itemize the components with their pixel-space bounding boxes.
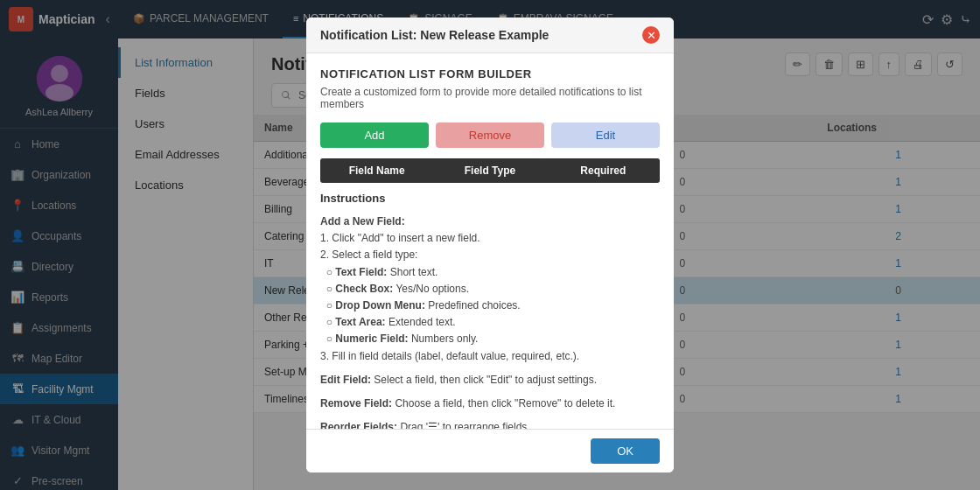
- form-subtitle: Create a customized form to provide more…: [320, 86, 660, 110]
- modal-close-button[interactable]: ✕: [642, 26, 660, 44]
- text-field-desc: Short text.: [390, 266, 438, 278]
- reorder-desc: Drag '☰' to rearrange fields.: [400, 421, 529, 429]
- numeric-label: Numeric Field:: [335, 332, 408, 345]
- field-type-header: Field Type: [433, 158, 546, 183]
- remove-field-section: Remove Field: Choose a field, then click…: [320, 396, 660, 412]
- modal: Notification List: New Release Example ✕…: [306, 18, 674, 472]
- dropdown-label: Drop Down Menu:: [335, 299, 425, 312]
- remove-field-button[interactable]: Remove: [436, 122, 544, 148]
- modal-footer: OK: [306, 429, 674, 472]
- modal-overlay: Notification List: New Release Example ✕…: [0, 0, 980, 490]
- modal-title-bar: Notification List: New Release Example ✕: [306, 18, 674, 53]
- reorder-title: Reorder Fields:: [320, 421, 397, 429]
- add-field-button[interactable]: Add: [320, 122, 429, 148]
- field-table-header: Field Name Field Type Required: [320, 158, 660, 183]
- instructions-title: Instructions: [320, 192, 660, 205]
- modal-title: Notification List: New Release Example: [320, 28, 549, 42]
- textarea-label: Text Area:: [335, 316, 385, 328]
- checkbox-label: Check Box:: [335, 283, 393, 295]
- instructions-body: Add a New Field: 1. Click "Add" to inser…: [320, 214, 660, 429]
- numeric-desc: Numbers only.: [411, 332, 478, 345]
- edit-field-title: Edit Field:: [320, 374, 371, 386]
- checkbox-desc: Yes/No options.: [396, 283, 469, 295]
- edit-field-button[interactable]: Edit: [551, 122, 660, 148]
- remove-field-desc: Choose a field, then click "Remove" to d…: [395, 397, 615, 410]
- edit-field-section: Edit Field: Select a field, then click "…: [320, 372, 660, 388]
- add-field-section: Add a New Field: 1. Click "Add" to inser…: [320, 214, 660, 365]
- textarea-desc: Extended text.: [388, 316, 456, 328]
- remove-field-title: Remove Field:: [320, 397, 392, 410]
- step1: 1. Click "Add" to insert a new field.: [320, 232, 480, 244]
- edit-field-desc: Select a field, then click "Edit" to adj…: [374, 374, 597, 386]
- field-required-header: Required: [547, 158, 660, 183]
- form-button-row: Add Remove Edit: [320, 122, 660, 148]
- field-name-header: Field Name: [320, 158, 433, 183]
- step3: 3. Fill in field details (label, default…: [320, 350, 579, 362]
- add-field-title: Add a New Field:: [320, 215, 405, 228]
- form-title: NOTIFICATION LIST FORM BUILDER: [320, 67, 660, 80]
- modal-body: NOTIFICATION LIST FORM BUILDER Create a …: [306, 53, 674, 429]
- step2: 2. Select a field type:: [320, 248, 417, 261]
- dropdown-desc: Predefined choices.: [428, 299, 520, 312]
- ok-button[interactable]: OK: [591, 438, 660, 464]
- reorder-section: Reorder Fields: Drag '☰' to rearrange fi…: [320, 419, 660, 429]
- text-field-label: Text Field:: [335, 266, 387, 278]
